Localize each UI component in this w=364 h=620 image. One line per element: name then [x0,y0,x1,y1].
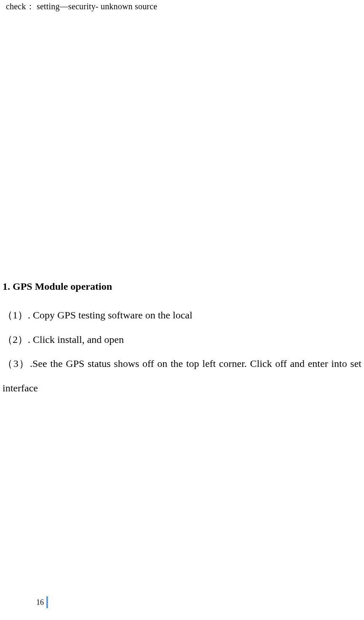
list-item-2: （2）. Click install, and open [3,328,361,352]
section-heading: 1. GPS Module operation [3,281,361,292]
footer-accent-bar [46,596,48,608]
list-item-3: （3）.See the GPS status shows off on the … [3,352,361,400]
content-area: 1. GPS Module operation （1）. Copy GPS te… [3,281,361,400]
page-number: 16 [36,598,44,607]
top-note-text: check： setting—security- unknown source [6,1,157,12]
page-footer: 16 [36,596,48,608]
list-item-1: （1）. Copy GPS testing software on the lo… [3,303,361,328]
